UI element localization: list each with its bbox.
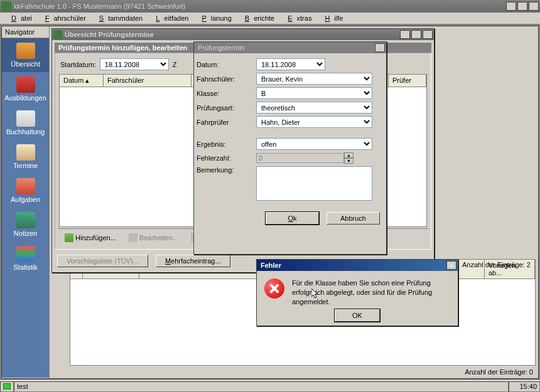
btn-vorschlagsliste[interactable]: Vorschlagsliste (TÜV)...: [57, 255, 148, 267]
col-datum[interactable]: Datum ▴: [60, 75, 104, 87]
main-titlebar: kkFahrschule 1.0 - FS Mustermann (97421 …: [0, 0, 540, 13]
nav-statistik[interactable]: Statistik: [2, 241, 49, 275]
lbl-fahrschueler: Fahrschüler:: [197, 75, 256, 83]
close-button[interactable]: ✕: [529, 2, 539, 11]
btn-ok[interactable]: Ok: [266, 212, 319, 225]
navigator-header: Navigator: [2, 26, 49, 38]
minimize-button[interactable]: _: [506, 2, 516, 11]
ov-maximize[interactable]: □: [411, 30, 421, 39]
field-bemerkung[interactable]: [256, 166, 372, 201]
menu-fahrschueler[interactable]: Fahrschüler: [36, 13, 90, 23]
lbl-bemerkung: Bemerkung:: [197, 166, 256, 174]
col-fahrschueler[interactable]: Fahrschüler: [104, 75, 192, 87]
col-pruefer[interactable]: Prüfer: [389, 75, 426, 87]
navigator: Navigator Übersicht Ausbildungen Buchhal…: [2, 26, 50, 378]
fehlerzahl-spinner[interactable]: ▲▼: [344, 152, 354, 164]
nav-uebersicht[interactable]: Übersicht: [2, 38, 49, 72]
field-datum[interactable]: 18.11.2008: [256, 58, 325, 70]
status-led-icon: [3, 383, 11, 389]
menu-leitfaden[interactable]: Leitfaden: [147, 13, 193, 23]
field-pruefungsart[interactable]: theoretisch: [256, 102, 372, 114]
app-title: kkFahrschule 1.0 - FS Mustermann (97421 …: [14, 3, 506, 10]
nav-notizen[interactable]: Notizen: [2, 208, 49, 241]
menubar: Datei Fahrschüler Stammdaten Leitfaden P…: [0, 13, 540, 24]
dialog-pruefungstermin: Prüfungstermin ✕ Datum: 18.11.2008 Fahrs…: [193, 41, 387, 255]
field-fahrpruefer[interactable]: Hahn, Dieter: [256, 116, 372, 128]
btn-abbruch[interactable]: Abbruch: [327, 212, 380, 225]
field-ergebnis[interactable]: offen: [256, 138, 372, 150]
menu-stammdaten[interactable]: Stammdaten: [90, 13, 147, 23]
lbl-fehlerzahl: Fehlerzahl:: [197, 154, 256, 162]
error-icon: [264, 278, 284, 299]
window-icon: [53, 30, 62, 39]
statusbar: test 15:40: [0, 380, 540, 392]
field-klasse[interactable]: B: [256, 87, 372, 99]
lbl-pruefungsart: Prüfungsart:: [197, 104, 256, 112]
btn-hinzufuegen[interactable]: Hinzufügen...: [60, 231, 121, 244]
status-time: 15:40: [509, 381, 540, 392]
maximize-button[interactable]: ❐: [517, 2, 527, 11]
field-fehlerzahl: [256, 153, 344, 163]
menu-planung[interactable]: Planung: [193, 13, 235, 23]
nav-buchhaltung[interactable]: Buchhaltung: [2, 106, 49, 140]
btn-error-ok[interactable]: OK: [335, 309, 380, 322]
btn-mehrfacheintrag[interactable]: Mehrfacheintrag...: [156, 255, 230, 267]
main-grid-count: Anzahl der Einträge: 0: [51, 367, 537, 377]
window-uebersicht-title: Übersicht Prüfungstermine: [62, 31, 400, 38]
dlg-exam-title: Prüfungstermin: [195, 44, 375, 51]
dialog-fehler: Fehler ✕ Für die Klasse haben Sie schon …: [256, 259, 458, 326]
status-text: test: [14, 381, 509, 392]
error-message: Für die Klasse haben Sie schon eine Prüf…: [292, 278, 450, 307]
ov-minimize[interactable]: _: [400, 30, 410, 39]
field-fahrschueler[interactable]: Brauer, Kevin: [256, 73, 372, 85]
menu-extras[interactable]: Extras: [279, 13, 316, 23]
nav-ausbildungen[interactable]: Ausbildungen: [2, 72, 49, 106]
startdatum-select[interactable]: 18.11.2008: [100, 58, 169, 70]
ov-count: Anzahl der Einträge: 2: [462, 261, 531, 268]
app-icon: [1, 1, 11, 11]
lbl-datum: Datum:: [197, 61, 256, 68]
z-label: Z: [173, 61, 177, 68]
lbl-klasse: Klasse:: [197, 90, 256, 97]
menu-datei[interactable]: Datei: [3, 13, 36, 23]
lbl-fahrpruefer: Fahrprüfer: [197, 119, 256, 126]
menu-hilfe[interactable]: Hilfe: [316, 13, 347, 23]
dlg-error-title: Fehler: [258, 262, 446, 269]
nav-termine[interactable]: Termine: [2, 140, 49, 174]
dlg-error-close[interactable]: ✕: [446, 261, 456, 270]
dlg-exam-close[interactable]: ✕: [375, 43, 385, 52]
nav-aufgaben[interactable]: Aufgaben: [2, 174, 49, 208]
btn-bearbeiten[interactable]: Bearbeiten...: [124, 231, 183, 244]
startdatum-label: Startdatum:: [60, 61, 96, 68]
ov-close[interactable]: ✕: [423, 30, 433, 39]
menu-berichte[interactable]: Berichte: [236, 13, 279, 23]
lbl-ergebnis: Ergebnis:: [197, 140, 256, 148]
